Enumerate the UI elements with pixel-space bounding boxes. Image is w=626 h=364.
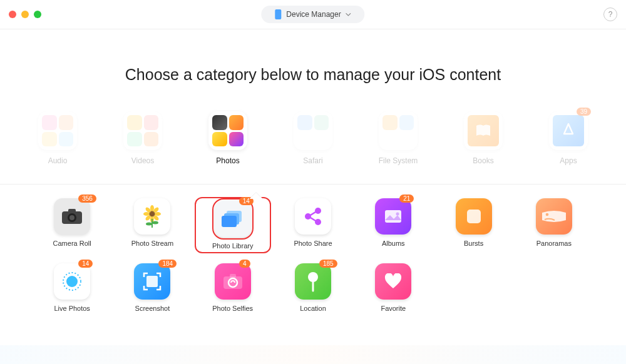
window-controls xyxy=(9,11,41,18)
main-area: Choose a category below to manage your i… xyxy=(0,29,626,184)
svg-rect-29 xyxy=(230,274,236,278)
sub-item-label: Bursts xyxy=(464,240,483,247)
svg-rect-21 xyxy=(385,210,401,223)
count-badge: 4 xyxy=(239,260,250,268)
help-button[interactable]: ? xyxy=(603,8,617,21)
chevron-down-icon xyxy=(346,13,351,16)
svg-point-5 xyxy=(150,205,154,211)
screenshot-icon xyxy=(134,263,170,300)
category-label: Books xyxy=(473,156,493,165)
svg-rect-1 xyxy=(68,209,76,213)
sub-item-label: Albums xyxy=(382,240,405,247)
svg-rect-27 xyxy=(146,276,158,287)
sub-item-label: Favorite xyxy=(381,305,406,312)
svg-rect-23 xyxy=(467,210,481,223)
count-badge: 356 xyxy=(78,195,96,203)
sub-item-label: Live Photos xyxy=(54,305,90,312)
svg-point-14 xyxy=(152,221,158,225)
album-icon xyxy=(375,198,411,235)
sub-item-photo-share[interactable]: Photo Share xyxy=(276,198,350,252)
sub-item-label: Location xyxy=(300,305,326,312)
svg-rect-17 xyxy=(222,216,237,227)
sub-item-favorite[interactable]: Favorite xyxy=(356,263,430,312)
category-file-system[interactable]: File System xyxy=(374,111,422,165)
category-apps[interactable]: 39 Apps xyxy=(545,111,592,165)
category-videos[interactable]: Videos xyxy=(119,111,167,165)
svg-point-31 xyxy=(308,272,318,282)
camera-icon xyxy=(54,198,90,235)
device-selector[interactable]: Device Manager xyxy=(261,6,364,23)
subcategory-grid: 356 Camera Roll Photo Stream 14 Photo Li… xyxy=(35,198,591,312)
selfie-camera-icon xyxy=(215,263,251,300)
book-icon xyxy=(475,123,491,138)
count-badge: 14 xyxy=(78,260,93,268)
appstore-icon xyxy=(559,121,578,140)
minimize-window-button[interactable] xyxy=(21,11,29,18)
category-safari[interactable]: Safari xyxy=(289,111,337,165)
svg-point-13 xyxy=(146,223,152,226)
category-label: Audio xyxy=(48,156,68,165)
sub-item-live-photos[interactable]: 14 Live Photos xyxy=(35,263,109,312)
live-photo-icon xyxy=(54,263,90,300)
count-badge: 185 xyxy=(319,260,337,268)
sub-item-panoramas[interactable]: Panoramas xyxy=(517,198,591,252)
category-label: Videos xyxy=(131,156,154,165)
zoom-window-button[interactable] xyxy=(34,11,41,18)
sub-item-camera-roll[interactable]: 356 Camera Roll xyxy=(35,198,109,252)
sub-item-location[interactable]: 185 Location xyxy=(276,263,350,312)
sub-item-photo-library[interactable]: 14 Photo Library xyxy=(196,198,270,252)
category-badge: 39 xyxy=(577,108,591,116)
svg-point-25 xyxy=(66,276,78,287)
heart-icon xyxy=(375,263,411,300)
sunflower-icon xyxy=(134,198,170,235)
category-label: Photos xyxy=(216,156,239,165)
page-title: Choose a category below to manage your i… xyxy=(0,66,626,84)
count-badge: 184 xyxy=(158,260,177,268)
sub-item-photo-stream[interactable]: Photo Stream xyxy=(115,198,189,252)
subcategory-panel: 356 Camera Roll Photo Stream 14 Photo Li… xyxy=(0,184,626,328)
sub-item-label: Photo Selfies xyxy=(212,305,253,312)
photo-stack-icon xyxy=(215,201,251,237)
category-row: Audio Videos Photos Safari File System B… xyxy=(0,111,626,165)
category-label: Safari xyxy=(303,156,322,165)
svg-point-20 xyxy=(315,219,321,225)
sub-item-albums[interactable]: 21 Albums xyxy=(356,198,430,252)
sub-item-label: Photo Stream xyxy=(131,240,173,247)
close-window-button[interactable] xyxy=(9,11,16,18)
svg-point-3 xyxy=(69,215,74,220)
sub-item-label: Screenshot xyxy=(135,305,170,312)
phone-icon xyxy=(275,9,281,19)
svg-point-19 xyxy=(315,208,321,214)
burst-icon xyxy=(456,198,492,235)
footer-wave xyxy=(0,345,626,364)
sub-item-label: Photo Library xyxy=(212,242,253,250)
panorama-icon xyxy=(536,198,572,235)
category-photos[interactable]: Photos xyxy=(204,111,252,165)
sub-item-screenshot[interactable]: 184 Screenshot xyxy=(115,263,189,312)
sub-item-bursts[interactable]: Bursts xyxy=(436,198,510,252)
sub-item-label: Panoramas xyxy=(536,240,572,247)
svg-point-8 xyxy=(155,212,161,216)
svg-point-7 xyxy=(143,212,150,216)
category-label: Apps xyxy=(560,156,577,165)
category-label: File System xyxy=(379,156,418,165)
selection-arrow xyxy=(250,193,262,199)
category-books[interactable]: Books xyxy=(459,111,507,165)
sub-item-label: Photo Share xyxy=(294,240,332,247)
sub-item-photo-selfies[interactable]: 4 Photo Selfies xyxy=(196,263,270,312)
share-icon xyxy=(295,198,331,235)
titlebar: Device Manager ? xyxy=(0,0,626,29)
svg-point-18 xyxy=(305,213,311,220)
location-pin-icon xyxy=(295,263,331,300)
device-selector-label: Device Manager xyxy=(286,10,341,19)
svg-point-22 xyxy=(396,213,399,216)
sub-item-label: Camera Roll xyxy=(53,240,91,247)
count-badge: 21 xyxy=(399,195,414,203)
svg-point-24 xyxy=(546,213,549,216)
category-audio[interactable]: Audio xyxy=(34,111,81,165)
